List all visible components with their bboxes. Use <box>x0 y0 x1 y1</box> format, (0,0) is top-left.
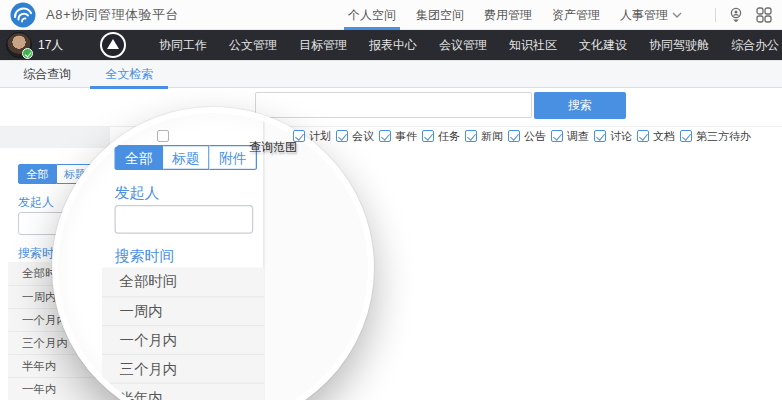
thirdparty-checkbox[interactable] <box>680 130 692 142</box>
document-checkbox[interactable] <box>637 130 649 142</box>
scope-item-news[interactable]: 新闻 <box>465 129 503 144</box>
announcement-label: 公告 <box>524 129 546 144</box>
menu-meetings[interactable]: 会议管理 <box>428 30 498 60</box>
app-window: A8+协同管理体验平台 个人空间 集团空间 费用管理 资产管理 人事管理 <box>0 0 782 400</box>
event-label: 事件 <box>395 129 417 144</box>
scope-item-thirdparty[interactable]: 第三方待办 <box>680 129 751 144</box>
page-title: A8+协同管理体验平台 <box>46 0 179 30</box>
header-nav-expense[interactable]: 费用管理 <box>484 0 532 30</box>
thirdparty-label: 第三方待办 <box>696 129 751 144</box>
scope-item-event[interactable]: 事件 <box>379 129 417 144</box>
event-checkbox[interactable] <box>379 130 391 142</box>
meeting-checkbox[interactable] <box>336 130 348 142</box>
menu-cockpit[interactable]: 协同驾驶舱 <box>638 30 720 60</box>
header-nav: 个人空间 集团空间 费用管理 资产管理 人事管理 <box>348 0 682 30</box>
scope-item-task[interactable]: 任务 <box>422 129 460 144</box>
tab-comprehensive-query[interactable]: 综合查询 <box>8 61 86 88</box>
header-divider <box>715 8 716 22</box>
main-menu: 协同工作 公文管理 目标管理 报表中心 会议管理 知识社区 文化建设 协同驾驶舱… <box>148 30 782 60</box>
magnified-initiator-label: 发起人 <box>115 183 160 204</box>
survey-checkbox[interactable] <box>551 130 563 142</box>
magnified-time-item-all[interactable]: 全部时间 <box>102 268 265 297</box>
online-check-badge <box>22 48 33 59</box>
scope-item-discussion[interactable]: 讨论 <box>594 129 632 144</box>
header-nav-hr[interactable]: 人事管理 <box>620 0 682 30</box>
header-nav-personal-space[interactable]: 个人空间 <box>348 0 396 30</box>
main-navbar: 17人 协同工作 公文管理 目标管理 报表中心 会议管理 知识社区 文化建设 协… <box>0 30 782 60</box>
magnified-time-item-halfyear[interactable]: 半年内 <box>102 383 265 400</box>
chevron-down-icon <box>672 12 682 18</box>
magnified-filter-tab-all[interactable]: 全部 <box>115 145 163 170</box>
magnified-filter-tab-group: 全部 标题 附件 <box>115 145 258 170</box>
meeting-label: 会议 <box>352 129 374 144</box>
v5-logo-icon[interactable] <box>100 32 126 58</box>
magnifier-lens-content: 全部 标题 附件 发起人 搜索时间 全部时间 一周内 一个月内 三个月内 半年内… <box>92 107 374 400</box>
menu-official-docs[interactable]: 公文管理 <box>218 30 288 60</box>
menu-general-office[interactable]: 综合办公 <box>720 30 782 60</box>
scope-select-all[interactable] <box>157 130 173 142</box>
select-all-checkbox[interactable] <box>157 130 169 142</box>
magnified-initiator-input[interactable] <box>115 205 254 234</box>
magnified-time-item-3months[interactable]: 三个月内 <box>102 354 265 383</box>
scope-checkbox-row: 计划 会议 事件 任务 新闻 公告 调查 讨论 <box>157 128 756 144</box>
scope-item-document[interactable]: 文档 <box>637 129 675 144</box>
magnified-filter-tab-title[interactable]: 标题 <box>163 145 210 170</box>
scope-item-announcement[interactable]: 公告 <box>508 129 546 144</box>
search-input[interactable] <box>255 92 532 118</box>
magnified-filter-panel: 全部 标题 附件 发起人 搜索时间 全部时间 一周内 一个月内 三个月内 半年内… <box>92 107 267 400</box>
magnified-search-time-label: 搜索时间 <box>115 246 175 267</box>
logo-swirl-icon <box>10 2 36 28</box>
menu-reports[interactable]: 报表中心 <box>358 30 428 60</box>
menu-knowledge[interactable]: 知识社区 <box>498 30 568 60</box>
initiator-label: 发起人 <box>18 194 54 211</box>
scope-item-meeting[interactable]: 会议 <box>336 129 374 144</box>
discussion-checkbox[interactable] <box>594 130 606 142</box>
discussion-label: 讨论 <box>610 129 632 144</box>
header-nav-asset[interactable]: 资产管理 <box>552 0 600 30</box>
task-checkbox[interactable] <box>422 130 434 142</box>
menu-goals[interactable]: 目标管理 <box>288 30 358 60</box>
apps-grid-icon[interactable] <box>756 7 772 23</box>
plan-label: 计划 <box>309 129 331 144</box>
news-checkbox[interactable] <box>465 130 477 142</box>
header-nav-group-space[interactable]: 集团空间 <box>416 0 464 30</box>
user-location-icon[interactable] <box>728 7 744 23</box>
menu-culture[interactable]: 文化建设 <box>568 30 638 60</box>
filter-tab-all[interactable]: 全部 <box>18 164 57 184</box>
survey-label: 调查 <box>567 129 589 144</box>
magnified-time-item-week[interactable]: 一周内 <box>102 296 265 325</box>
news-label: 新闻 <box>481 129 503 144</box>
search-button[interactable]: 搜索 <box>534 92 626 119</box>
online-count[interactable]: 17人 <box>38 30 63 60</box>
scope-section-label: 查询范围 <box>249 139 297 156</box>
scope-item-survey[interactable]: 调查 <box>551 129 589 144</box>
announcement-checkbox[interactable] <box>508 130 520 142</box>
scope-item-plan[interactable]: 计划 <box>293 129 331 144</box>
header-icon-group <box>715 0 782 30</box>
magnified-time-filter-list: 全部时间 一周内 一个月内 三个月内 半年内 一年内 <box>102 268 265 400</box>
tab-fulltext-search[interactable]: 全文检索 <box>90 61 168 88</box>
magnified-time-item-month[interactable]: 一个月内 <box>102 325 265 354</box>
document-label: 文档 <box>653 129 675 144</box>
header-nav-hr-label: 人事管理 <box>620 0 668 30</box>
menu-collaboration[interactable]: 协同工作 <box>148 30 218 60</box>
search-tabbar: 综合查询 全文检索 <box>0 60 782 88</box>
task-label: 任务 <box>438 129 460 144</box>
top-header: A8+协同管理体验平台 个人空间 集团空间 费用管理 资产管理 人事管理 <box>0 0 782 30</box>
